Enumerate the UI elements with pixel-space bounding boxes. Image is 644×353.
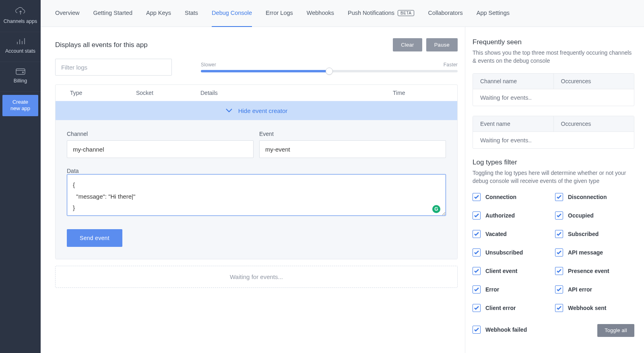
slider-label-slower: Slower [201, 62, 216, 68]
filter-vacated[interactable]: Vacated [473, 230, 552, 238]
filter-disconnection[interactable]: Disconnection [555, 193, 634, 201]
channel-input[interactable] [67, 140, 254, 158]
hide-event-creator-toggle[interactable]: Hide event creator [56, 101, 457, 120]
svg-point-1 [22, 72, 23, 73]
cloud-upload-icon [15, 7, 26, 15]
tab-webhooks[interactable]: Webhooks [307, 0, 334, 27]
sidebar-item-billing[interactable]: Billing [0, 62, 41, 92]
beta-badge: BETA [398, 10, 414, 16]
sidebar-item-channels-apps[interactable]: Channels apps [0, 2, 41, 32]
frequently-seen-title: Frequently seen [473, 38, 634, 46]
waiting-for-events: Waiting for events... [55, 266, 458, 288]
tab-getting-started[interactable]: Getting Started [93, 0, 132, 27]
column-time: Time [393, 90, 457, 96]
filter-authorized[interactable]: Authorized [473, 211, 552, 220]
pause-button[interactable]: Pause [426, 38, 458, 51]
log-types-filter-desc: Toggling the log types here will determi… [473, 169, 634, 185]
filter-presence-event[interactable]: Presence event [555, 267, 634, 275]
tab-debug-console[interactable]: Debug Console [212, 0, 252, 27]
log-types-filter-title: Log types filter [473, 158, 634, 166]
page-title: Displays all events for this app [55, 41, 148, 49]
frequently-seen-desc: This shows you the top three most freque… [473, 49, 634, 65]
filter-webhook-sent[interactable]: Webhook sent [555, 304, 634, 312]
channel-occurrences-table: Channel name Occurences Waiting for even… [473, 73, 634, 106]
sidebar-item-label: Billing [14, 78, 27, 84]
checkbox[interactable] [473, 230, 481, 238]
filter-api-error[interactable]: API error [555, 285, 634, 293]
tab-push-notifications[interactable]: Push Notifications BETA [348, 0, 414, 27]
channel-name-header: Channel name [473, 74, 554, 89]
tab-bar: Overview Getting Started App Keys Stats … [41, 0, 644, 27]
event-occurrences-table: Event name Occurences Waiting for events… [473, 116, 634, 149]
filter-logs-input[interactable] [55, 59, 172, 76]
sidebar: Channels apps Account stats Billing Crea… [0, 0, 41, 353]
data-textarea[interactable] [67, 174, 446, 216]
event-name-header: Event name [473, 116, 554, 131]
right-panel: Frequently seen This shows you the top t… [465, 27, 644, 353]
log-type-filters: Connection Disconnection Authorized Occu… [473, 193, 634, 337]
clear-button[interactable]: Clear [393, 38, 422, 51]
event-occurrences-header: Occurences [554, 116, 634, 131]
speed-slider[interactable]: Slower Faster [201, 62, 458, 72]
checkbox[interactable] [473, 326, 481, 334]
svg-rect-0 [16, 69, 25, 74]
tab-error-logs[interactable]: Error Logs [266, 0, 293, 27]
sidebar-item-label: Account stats [5, 48, 35, 54]
sidebar-item-account-stats[interactable]: Account stats [0, 32, 41, 62]
checkbox[interactable] [555, 211, 563, 220]
column-socket: Socket [136, 90, 200, 96]
checkbox[interactable] [555, 193, 563, 201]
log-table: Type Socket Details Time Hide event crea… [55, 84, 458, 259]
toggle-all-button[interactable]: Toggle all [597, 324, 634, 337]
event-input[interactable] [259, 140, 446, 158]
tab-collaborators[interactable]: Collaborators [428, 0, 462, 27]
wallet-icon [16, 68, 25, 75]
filter-error[interactable]: Error [473, 285, 552, 293]
send-event-button[interactable]: Send event [67, 229, 122, 247]
channel-table-row: Waiting for events.. [473, 89, 634, 106]
checkbox[interactable] [555, 248, 563, 257]
filter-webhook-failed[interactable]: Webhook failed [473, 322, 552, 337]
filter-occupied[interactable]: Occupied [555, 211, 634, 220]
create-new-app-button[interactable]: Create new app [2, 95, 38, 116]
checkbox[interactable] [555, 304, 563, 312]
bar-chart-icon [16, 38, 25, 45]
checkbox[interactable] [473, 193, 481, 201]
checkbox[interactable] [473, 211, 481, 220]
checkbox[interactable] [473, 248, 481, 257]
filter-unsubscribed[interactable]: Unsubscribed [473, 248, 552, 257]
sidebar-item-label: Channels apps [4, 18, 37, 25]
checkbox[interactable] [473, 267, 481, 275]
slider-thumb[interactable] [326, 68, 333, 75]
event-creator-form: Channel Event Data [56, 120, 457, 259]
column-type: Type [56, 90, 136, 96]
checkbox[interactable] [473, 304, 481, 312]
column-details: Details [200, 90, 393, 96]
filter-client-error[interactable]: Client error [473, 304, 552, 312]
log-table-header: Type Socket Details Time [56, 85, 457, 101]
tab-overview[interactable]: Overview [55, 0, 79, 27]
debug-console-panel: Displays all events for this app Clear P… [41, 27, 465, 353]
channel-label: Channel [67, 131, 254, 137]
tab-app-keys[interactable]: App Keys [146, 0, 171, 27]
checkbox[interactable] [473, 285, 481, 293]
channel-occurrences-header: Occurences [554, 74, 634, 89]
tab-app-settings[interactable]: App Settings [477, 0, 510, 27]
event-table-row: Waiting for events.. [473, 132, 634, 148]
filter-api-message[interactable]: API message [555, 248, 634, 257]
checkbox[interactable] [555, 230, 563, 238]
data-label: Data [67, 168, 79, 174]
filter-connection[interactable]: Connection [473, 193, 552, 201]
filter-subscribed[interactable]: Subscribed [555, 230, 634, 238]
checkbox[interactable] [555, 285, 563, 293]
event-label: Event [259, 131, 446, 137]
checkbox[interactable] [555, 267, 563, 275]
filter-client-event[interactable]: Client event [473, 267, 552, 275]
chevron-down-icon [225, 108, 233, 113]
tab-stats[interactable]: Stats [185, 0, 198, 27]
grammarly-icon [432, 205, 440, 213]
main-area: Overview Getting Started App Keys Stats … [41, 0, 644, 353]
slider-label-faster: Faster [444, 62, 458, 68]
